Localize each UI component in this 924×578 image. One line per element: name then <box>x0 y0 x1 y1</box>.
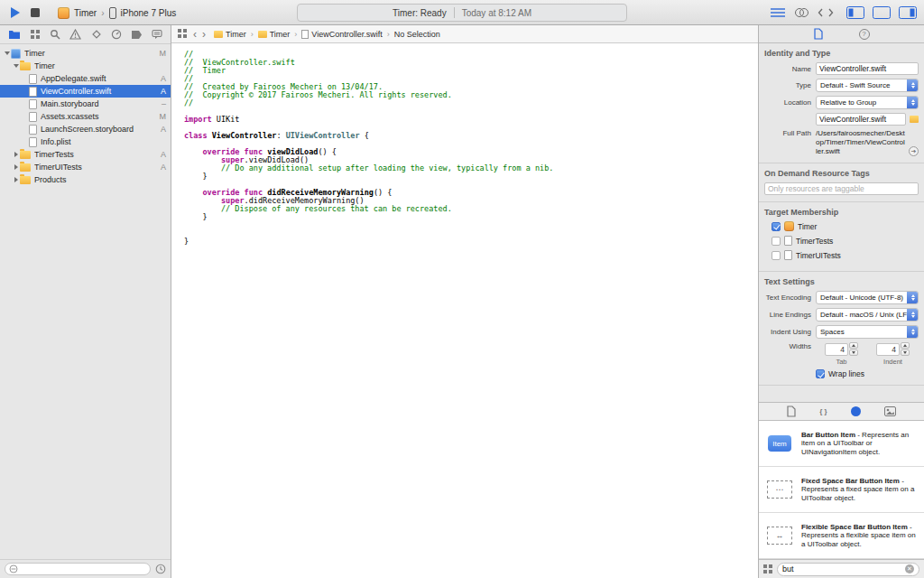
name-field[interactable]: ViewController.swift <box>816 62 919 75</box>
popup-arrows-icon <box>907 325 919 339</box>
code-snippet-library-icon[interactable]: { } <box>819 407 827 415</box>
recent-files-icon[interactable] <box>155 564 166 574</box>
related-items-icon[interactable] <box>178 29 188 39</box>
bar-button-item-icon: Item <box>768 435 791 452</box>
library-search-value: but <box>782 564 794 573</box>
file-tree-item[interactable]: Main.storyboard– <box>0 98 171 110</box>
target-checkbox[interactable] <box>772 237 781 246</box>
breakpoint-navigator-icon[interactable] <box>131 30 143 40</box>
file-tree-item[interactable]: LaunchScreen.storyboardA <box>0 123 171 135</box>
odr-tags-input[interactable]: Only resources are taggable <box>764 182 919 195</box>
file-tree-item[interactable]: TimerTestsA <box>0 148 171 161</box>
name-label: Name <box>764 65 811 73</box>
disclosure-triangle-icon[interactable] <box>3 51 11 55</box>
folder-icon <box>258 31 267 38</box>
location-file-field[interactable]: ViewController.swift <box>816 113 906 126</box>
tab-width-stepper[interactable]: 4 <box>825 342 858 356</box>
navigator-tab-bar <box>0 25 171 44</box>
file-tree-item[interactable]: Assets.xcassetsM <box>0 110 171 123</box>
chevron-right-icon: › <box>294 30 297 39</box>
breadcrumb-item[interactable]: Timer <box>214 30 246 39</box>
disclosure-triangle-icon[interactable] <box>12 177 20 182</box>
target-checkbox[interactable] <box>772 222 781 231</box>
inspector-toggle-icon[interactable] <box>899 6 917 19</box>
indent-width-value[interactable]: 4 <box>876 343 900 356</box>
indent-width-stepper[interactable]: 4 <box>876 342 910 356</box>
library-item[interactable]: ItemBar Button Item - Represents an item… <box>759 421 924 467</box>
open-fullpath-icon[interactable]: ➔ <box>909 146 919 156</box>
test-navigator-icon[interactable] <box>91 29 102 40</box>
file-icon <box>29 87 37 97</box>
standard-editor-icon[interactable] <box>770 7 786 18</box>
location-dropdown[interactable]: Relative to Group <box>816 96 919 109</box>
issue-navigator-icon[interactable] <box>69 29 81 40</box>
library-item[interactable]: ⋯Fixed Space Bar Button Item - Represent… <box>759 467 924 513</box>
media-library-icon[interactable] <box>884 406 896 416</box>
file-tree-item[interactable]: TimerUITestsA <box>0 161 171 173</box>
breadcrumb-item[interactable]: ViewController.swift <box>301 30 382 39</box>
disclosure-triangle-icon[interactable] <box>12 64 20 68</box>
disclosure-triangle-icon[interactable] <box>12 152 20 157</box>
debug-area-toggle-icon[interactable] <box>873 6 891 19</box>
file-tree-item[interactable]: ViewController.swiftA <box>0 85 171 98</box>
library-search-input[interactable]: but ✕ <box>777 563 919 576</box>
text-encoding-dropdown[interactable]: Default - Unicode (UTF-8) <box>816 291 919 304</box>
quick-help-icon[interactable]: ? <box>859 29 870 40</box>
run-button[interactable] <box>11 7 20 18</box>
stop-button[interactable] <box>31 8 40 17</box>
breadcrumb-item[interactable]: Timer <box>258 30 291 39</box>
inspector-tab-bar: ? <box>759 25 924 43</box>
file-inspector-icon[interactable] <box>814 28 823 40</box>
file-tree-item[interactable]: TimerM <box>0 47 171 60</box>
scheme-selector[interactable]: Timer › iPhone 7 Plus <box>58 7 176 19</box>
indent-using-dropdown[interactable]: Spaces <box>816 325 919 339</box>
folder-icon <box>20 176 31 184</box>
line-endings-dropdown[interactable]: Default - macOS / Unix (LF) <box>816 308 919 322</box>
source-control-badge: A <box>161 87 166 96</box>
project-navigator-icon[interactable] <box>8 29 21 40</box>
choose-location-icon[interactable] <box>910 116 919 123</box>
file-template-library-icon[interactable] <box>787 406 796 417</box>
folder-icon <box>214 31 223 38</box>
type-dropdown[interactable]: Default - Swift Source <box>816 79 919 92</box>
file-tree-item[interactable]: Products <box>0 173 171 186</box>
stepper-arrows-icon[interactable] <box>849 342 858 356</box>
report-navigator-icon[interactable] <box>152 29 162 40</box>
search-navigator-icon[interactable] <box>50 29 60 40</box>
object-library-icon[interactable] <box>851 406 861 416</box>
stepper-arrows-icon[interactable] <box>901 342 910 356</box>
clear-search-icon[interactable]: ✕ <box>905 564 914 573</box>
location-value: Relative to Group <box>820 98 876 107</box>
disclosure-triangle-icon[interactable] <box>12 164 20 170</box>
symbol-navigator-icon[interactable] <box>30 29 41 40</box>
library-item[interactable]: ↔Flexible Space Bar Button Item - Repres… <box>759 513 924 559</box>
breadcrumb-item[interactable]: No Selection <box>394 30 440 39</box>
assistant-editor-icon[interactable] <box>794 7 809 18</box>
indent-value: Spaces <box>820 328 845 336</box>
target-name: Timer <box>798 222 817 231</box>
file-tree-item[interactable]: Timer <box>0 60 171 72</box>
navigator-toggle-icon[interactable] <box>846 6 864 19</box>
project-icon <box>11 49 21 59</box>
tab-width-value[interactable]: 4 <box>825 343 848 356</box>
folder-icon <box>20 151 31 159</box>
file-tree: TimerMTimerAppDelegate.swiftAViewControl… <box>0 45 171 559</box>
library-tab-bar: { } <box>759 402 924 421</box>
flexible-space-icon: ↔ <box>767 527 792 545</box>
file-name: TimerUITests <box>34 163 161 172</box>
grid-view-icon[interactable] <box>763 564 772 573</box>
file-tree-item[interactable]: Info.plist <box>0 135 171 148</box>
popup-arrows-icon <box>907 96 919 109</box>
code-area[interactable]: //// ViewController.swift// Timer//// Cr… <box>171 43 758 578</box>
file-tree-item[interactable]: AppDelegate.swiftA <box>0 72 171 85</box>
target-checkbox[interactable] <box>772 251 781 260</box>
back-button[interactable]: ‹ <box>193 29 197 40</box>
wrap-lines-checkbox[interactable] <box>816 369 825 378</box>
navigator-filter-input[interactable] <box>5 563 151 575</box>
file-name: Timer <box>34 61 166 70</box>
target-membership-row: TimerUITests <box>764 250 919 260</box>
debug-navigator-icon[interactable] <box>111 29 122 40</box>
version-editor-icon[interactable] <box>818 7 834 18</box>
forward-button[interactable]: › <box>202 29 206 40</box>
endings-label: Line Endings <box>764 311 811 319</box>
